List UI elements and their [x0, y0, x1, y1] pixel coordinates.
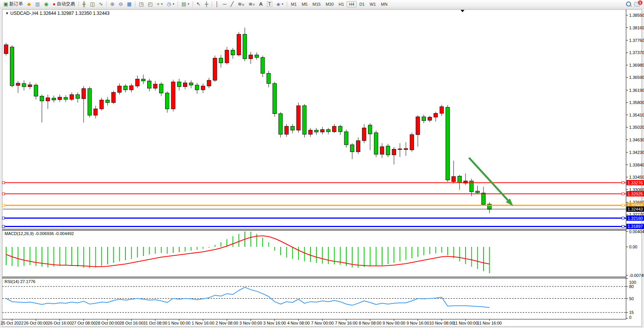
macd-tick-label: 0.004049	[629, 229, 644, 234]
line-handle[interactable]	[2, 225, 5, 227]
time-tick-label: 28 Oct 00:00	[96, 321, 120, 325]
timeframe-m15-button[interactable]: M15	[310, 1, 323, 7]
vline-button[interactable]: │	[214, 1, 220, 7]
shapes-dropdown[interactable]: ◈▾	[275, 1, 285, 7]
new-chart-button[interactable]: +▾	[155, 1, 165, 7]
line-handle[interactable]	[622, 193, 624, 195]
candle-body	[148, 81, 151, 88]
price-tick-label: 1.37760	[629, 38, 644, 43]
new-order-icon: ▣	[3, 2, 8, 6]
gold-pencil-button[interactable]: ◆	[25, 1, 33, 7]
autotrade-icon: ●	[53, 2, 56, 6]
line-chart-button[interactable]: ∿	[97, 1, 105, 7]
candle-chart-button[interactable]: ◫	[88, 1, 96, 7]
candle-body	[58, 97, 62, 100]
chart-canvas[interactable]: 1.385501.381601.377601.373701.369801.365…	[0, 0, 644, 328]
bar-chart-button[interactable]: ╫	[80, 1, 88, 7]
candle-body	[22, 83, 26, 86]
candle-body	[279, 114, 283, 134]
cascade-button[interactable]: ◰	[146, 1, 154, 7]
fibo-retracement-button[interactable]: ≋F	[247, 1, 257, 7]
new-order-button[interactable]: ▣新订单	[2, 0, 25, 8]
text-label-button[interactable]: T	[265, 0, 274, 8]
price-tick-label: 1.36590	[629, 75, 644, 80]
candle-body	[171, 82, 175, 109]
hline-button[interactable]: ─	[221, 1, 228, 7]
candle-body	[273, 83, 276, 114]
candle-body	[159, 84, 163, 93]
macd-tick-label: 0.00	[629, 245, 637, 249]
candle-body	[130, 86, 133, 90]
period-button[interactable]: ◷▾	[165, 1, 176, 7]
time-tick-label: 3 Nov 00:00	[239, 321, 262, 325]
candle-body	[141, 79, 145, 81]
candle-body	[243, 34, 247, 59]
timeframe-h4-button[interactable]: H4	[347, 1, 357, 7]
crosshair-button[interactable]: ┼	[203, 1, 210, 7]
notifications-icon[interactable]: 1	[634, 2, 640, 6]
trendline-button[interactable]: ╱	[229, 1, 236, 7]
line-handle[interactable]	[622, 204, 624, 206]
candle-body	[422, 117, 426, 121]
search-icon[interactable]	[626, 2, 631, 6]
candle-body	[213, 58, 217, 80]
chart-window-frame	[2, 10, 642, 326]
timeframe-m1-button[interactable]: M1	[289, 1, 299, 7]
icon-sub-label: F	[253, 3, 255, 6]
fibo-expansion-button[interactable]: ≋E	[236, 1, 246, 7]
toolbar-separator	[135, 1, 135, 7]
line-handle[interactable]	[622, 225, 624, 227]
zoom-in-button[interactable]: ⊕	[108, 1, 116, 7]
price-tick-label: 1.34630	[629, 138, 644, 142]
template-dropdown[interactable]: ▤▾	[180, 1, 191, 7]
rsi-tick-label: 50	[629, 296, 634, 301]
line-handle[interactable]	[2, 193, 5, 195]
candle-body	[434, 114, 438, 117]
candle-body	[475, 191, 479, 193]
line-handle[interactable]	[622, 217, 624, 219]
text-icon: A	[259, 2, 263, 6]
line-handle[interactable]	[2, 217, 5, 219]
candle-body	[380, 147, 384, 154]
candle-body	[297, 106, 300, 130]
candle-body	[285, 126, 289, 134]
candle-body	[440, 107, 443, 114]
price-tick-label: 1.36980	[629, 63, 644, 67]
zoom-in-icon: ⊕	[110, 2, 114, 6]
chart-window-button[interactable]: ▥	[33, 1, 42, 7]
candle-body	[195, 85, 199, 90]
price-tick-label: 1.38550	[629, 13, 644, 18]
chart-window-icon: ▥	[35, 2, 40, 6]
timeframe-mn-button[interactable]: MN	[379, 1, 390, 7]
time-tick-label: 1 Nov 00:00	[168, 321, 190, 325]
price-label: 1.31897	[628, 224, 643, 229]
macd-tick-label: -0.007459	[629, 273, 644, 278]
time-tick-label: 8 Nov 08:00	[359, 321, 381, 325]
text-button[interactable]: A	[257, 1, 265, 7]
line-handle[interactable]	[622, 182, 624, 184]
auto-arrange-button[interactable]: ◳	[137, 1, 145, 7]
candle-body	[338, 126, 342, 132]
candle-body	[106, 100, 109, 103]
time-tick-label: 25 Oct 2022	[1, 321, 24, 325]
timeframe-h1-button[interactable]: H1	[336, 1, 346, 7]
line-handle[interactable]	[2, 204, 5, 206]
autotrade-button[interactable]: ●自动交易	[51, 0, 77, 8]
mt4-terminal-window: ▣新订单◆▥◉●自动交易╫◫∿⊕⊖▦◳◰+▾◷▾▤▾↖┼│─╱≋E≋FAT◈▾M…	[0, 0, 644, 328]
timeframe-m30-button[interactable]: M30	[323, 1, 336, 7]
timeframe-m5-button[interactable]: M5	[299, 1, 310, 7]
signal-button[interactable]: ◉	[42, 1, 50, 7]
horizontal-line-icon: ─	[223, 2, 226, 6]
candle-body	[46, 98, 50, 101]
candle-body	[267, 74, 271, 84]
candle-body	[94, 109, 98, 115]
timeframe-w1-button[interactable]: W1	[367, 1, 378, 7]
cursor-button[interactable]: ↖	[194, 1, 202, 7]
tile-windows-button[interactable]: ▦	[125, 1, 133, 7]
candle-body	[332, 126, 336, 132]
clock-icon: ◷	[167, 2, 171, 6]
line-handle[interactable]	[2, 182, 5, 184]
timeframe-d1-button[interactable]: D1	[357, 1, 367, 7]
vertical-line-icon: │	[215, 2, 218, 6]
zoom-out-button[interactable]: ⊖	[117, 1, 125, 7]
